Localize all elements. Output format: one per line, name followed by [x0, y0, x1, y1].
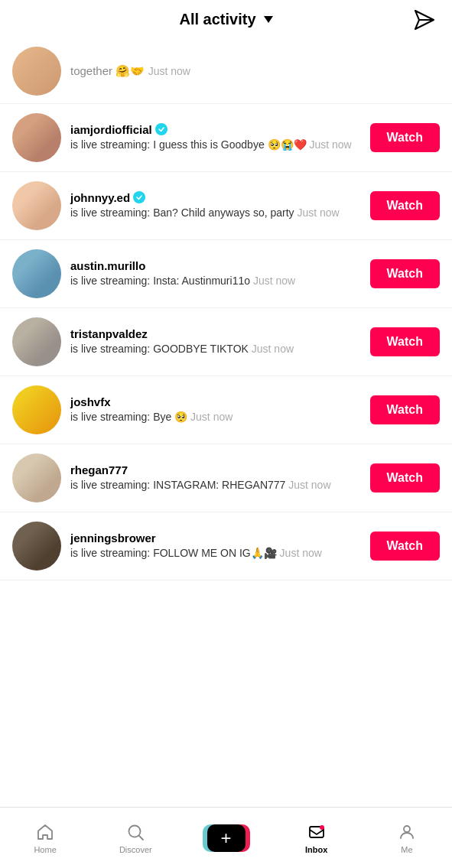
nav-me-label: Me: [401, 845, 412, 854]
username: johnnyy.ed: [70, 191, 361, 204]
timestamp: Just now: [253, 275, 295, 287]
verified-badge: [133, 191, 145, 203]
send-button[interactable]: [412, 8, 437, 32]
plus-button-outer: +: [207, 824, 246, 852]
bottom-nav: Home Discover + Inbox: [0, 807, 452, 868]
username: jenningsbrower: [70, 532, 361, 545]
me-icon: [397, 822, 417, 842]
partial-main-text: together 🤗🤝: [70, 64, 145, 77]
header-title-text: All activity: [179, 11, 255, 28]
list-item: joshvfx is live streaming: Bye 🥺 Just no…: [0, 376, 452, 444]
avatar: [12, 454, 61, 502]
discover-icon: [125, 822, 145, 842]
plus-button-inner: +: [207, 824, 246, 852]
nav-inbox-label: Inbox: [305, 845, 327, 854]
verified-badge: [155, 123, 167, 135]
item-content: tristanpvaldez is live streaming: GOODBY…: [70, 327, 361, 357]
avatar: [12, 249, 61, 298]
avatar: [12, 385, 61, 434]
svg-point-2: [129, 825, 141, 837]
list-item: johnnyy.ed is live streaming: Ban? Child…: [0, 172, 452, 240]
item-description: is live streaming: INSTAGRAM: RHEGAN777 …: [70, 478, 361, 493]
home-icon: [35, 822, 55, 842]
list-item: rhegan777 is live streaming: INSTAGRAM: …: [0, 444, 452, 512]
svg-point-5: [320, 825, 324, 830]
timestamp: Just now: [252, 343, 294, 355]
header-title: All activity: [179, 11, 272, 28]
plus-icon: +: [220, 829, 231, 847]
nav-discover-label: Discover: [119, 845, 152, 854]
list-item: tristanpvaldez is live streaming: GOODBY…: [0, 308, 452, 376]
username: austin.murillo: [70, 259, 361, 272]
partial-timestamp: Just now: [148, 65, 190, 77]
item-content: austin.murillo is live streaming: Insta:…: [70, 259, 361, 289]
dropdown-arrow-icon[interactable]: [264, 16, 273, 23]
timestamp: Just now: [190, 411, 233, 423]
watch-button[interactable]: Watch: [370, 123, 440, 152]
nav-discover[interactable]: Discover: [90, 822, 180, 854]
header: All activity: [0, 0, 452, 39]
item-content: jenningsbrower is live streaming: FOLLOW…: [70, 532, 361, 561]
activity-list: together 🤗🤝 Just now iamjordiofficial is…: [0, 39, 452, 588]
inbox-icon-wrapper: [307, 822, 327, 842]
svg-point-6: [404, 826, 410, 832]
item-description: is live streaming: Insta: Austinmuri11o …: [70, 274, 361, 289]
partial-avatar: [12, 47, 61, 96]
items-container: iamjordiofficial is live streaming: I gu…: [0, 104, 452, 580]
avatar: [12, 317, 61, 366]
nav-inbox[interactable]: Inbox: [272, 822, 362, 854]
item-content: iamjordiofficial is live streaming: I gu…: [70, 123, 361, 153]
nav-home[interactable]: Home: [0, 822, 90, 854]
watch-button[interactable]: Watch: [370, 395, 440, 424]
item-content: rhegan777 is live streaming: INSTAGRAM: …: [70, 463, 361, 493]
avatar: [12, 113, 61, 162]
timestamp: Just now: [297, 206, 339, 219]
timestamp: Just now: [280, 547, 322, 559]
list-item: iamjordiofficial is live streaming: I gu…: [0, 104, 452, 172]
item-description: is live streaming: FOLLOW ME ON IG🙏🎥 Jus…: [70, 546, 361, 561]
partial-text-content: together 🤗🤝 Just now: [70, 64, 440, 78]
partial-activity-item: together 🤗🤝 Just now: [0, 39, 452, 104]
item-description: is live streaming: Bye 🥺 Just now: [70, 410, 361, 425]
timestamp: Just now: [288, 479, 330, 491]
username: tristanpvaldez: [70, 327, 361, 340]
watch-button[interactable]: Watch: [370, 532, 440, 561]
list-item: austin.murillo is live streaming: Insta:…: [0, 240, 452, 308]
username: iamjordiofficial: [70, 123, 361, 136]
username: rhegan777: [70, 463, 361, 476]
avatar: [12, 181, 61, 230]
nav-me[interactable]: Me: [362, 822, 452, 854]
item-description: is live streaming: I guess this is Goodb…: [70, 138, 361, 153]
list-item: jenningsbrower is live streaming: FOLLOW…: [0, 512, 452, 580]
item-description: is live streaming: Ban? Child anyways so…: [70, 206, 361, 221]
nav-plus[interactable]: +: [180, 824, 271, 852]
avatar: [12, 522, 61, 571]
timestamp: Just now: [309, 138, 351, 151]
item-content: johnnyy.ed is live streaming: Ban? Child…: [70, 191, 361, 221]
watch-button[interactable]: Watch: [370, 191, 440, 220]
watch-button[interactable]: Watch: [370, 463, 440, 493]
username: joshvfx: [70, 395, 361, 408]
item-description: is live streaming: GOODBYE TIKTOK Just n…: [70, 342, 361, 357]
item-content: joshvfx is live streaming: Bye 🥺 Just no…: [70, 395, 361, 425]
watch-button[interactable]: Watch: [370, 327, 440, 356]
svg-line-3: [139, 836, 143, 840]
watch-button[interactable]: Watch: [370, 259, 440, 288]
nav-home-label: Home: [34, 845, 56, 854]
